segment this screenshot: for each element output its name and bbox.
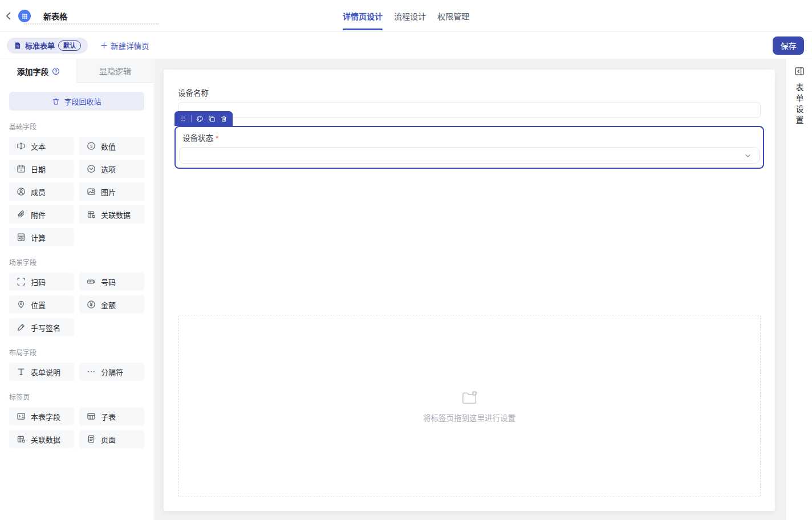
top-header: 新表格 详情页设计流程设计权限管理 xyxy=(0,0,812,32)
field-group-title: 标签页 xyxy=(9,392,144,401)
text-field-icon xyxy=(17,141,26,151)
signature-icon xyxy=(17,323,26,332)
form-designer-app: 新表格 详情页设计流程设计权限管理 标准表单 默认 新建详情页 保存 添加字段 … xyxy=(0,0,812,520)
option-icon xyxy=(87,164,96,173)
field-item-label: 选项 xyxy=(101,164,116,174)
field-item[interactable]: 成员 xyxy=(9,182,74,201)
field-item[interactable]: 关联数据 xyxy=(79,205,144,224)
form-settings-rail: 表单设置 xyxy=(786,59,812,520)
field-group: 场景字段扫码号码位置金额手写签名 xyxy=(9,257,144,336)
field-item[interactable]: 本表字段 xyxy=(9,407,74,425)
field-item-label: 页面 xyxy=(101,434,116,445)
divider-icon xyxy=(87,367,96,376)
standard-form-pill[interactable]: 标准表单 默认 xyxy=(7,38,88,54)
form-canvas: 设备名称 设备状态* 将标签 xyxy=(164,70,775,511)
collapse-panel-icon[interactable] xyxy=(794,66,805,76)
field-item[interactable]: 图片 xyxy=(79,182,144,201)
app-logo xyxy=(18,10,31,22)
image-icon xyxy=(87,187,96,196)
style-palette-icon[interactable] xyxy=(196,115,204,123)
field-item[interactable]: 扫码 xyxy=(9,273,74,291)
field-item-label: 日期 xyxy=(31,164,46,174)
field-item[interactable]: 关联数据 xyxy=(9,430,74,448)
form-field-device-name[interactable]: 设备名称 xyxy=(178,70,761,118)
field-item-label: 表单说明 xyxy=(31,367,60,377)
currency-icon xyxy=(87,300,96,309)
designer-toolbar: 标准表单 默认 新建详情页 保存 xyxy=(0,32,812,59)
field-item-label: 附件 xyxy=(31,209,46,220)
svg-text:9: 9 xyxy=(90,144,92,149)
location-icon xyxy=(17,300,26,309)
field-item[interactable]: 号码 xyxy=(79,273,144,291)
field-item[interactable]: 表单说明 xyxy=(9,363,74,381)
field-item[interactable]: 选项 xyxy=(79,160,144,178)
dropzone-hint: 将标签页拖到这里进行设置 xyxy=(423,412,515,423)
field-group: 布局字段表单说明分隔符 xyxy=(9,347,144,381)
field-item-label: 数值 xyxy=(101,141,116,152)
calculate-icon xyxy=(17,233,26,242)
serial-number-icon xyxy=(87,277,96,286)
device-status-select[interactable] xyxy=(179,147,760,164)
field-item[interactable]: 文本 xyxy=(9,137,74,155)
device-name-input[interactable] xyxy=(178,102,761,118)
field-item[interactable]: 位置 xyxy=(9,295,74,314)
back-button[interactable] xyxy=(3,11,14,21)
field-label: 设备状态* xyxy=(182,132,760,143)
field-item-label: 关联数据 xyxy=(31,434,60,445)
field-item-label: 计算 xyxy=(31,232,46,243)
field-item[interactable]: 分隔符 xyxy=(79,363,144,381)
help-question-icon[interactable] xyxy=(52,67,60,75)
top-tabs: 详情页设计流程设计权限管理 xyxy=(343,0,469,32)
field-item[interactable]: 附件 xyxy=(9,205,74,224)
field-group: 基础字段文本9数值1日期选项成员图片附件关联数据计算 xyxy=(9,121,144,246)
duplicate-icon[interactable] xyxy=(208,115,216,123)
drag-handle-icon[interactable] xyxy=(180,115,186,123)
field-group-title: 基础字段 xyxy=(9,121,144,131)
delete-icon[interactable] xyxy=(220,115,228,123)
field-item[interactable]: 1日期 xyxy=(9,160,74,178)
top-tab-2[interactable]: 权限管理 xyxy=(437,0,469,32)
date-icon: 1 xyxy=(17,164,26,173)
sidebar-field-groups: 基础字段文本9数值1日期选项成员图片附件关联数据计算场景字段扫码号码位置金额手写… xyxy=(0,121,153,448)
field-item-label: 位置 xyxy=(31,299,46,310)
top-tab-1[interactable]: 流程设计 xyxy=(394,0,426,32)
linked-data-icon xyxy=(87,210,96,219)
tab-add-field-label: 添加字段 xyxy=(17,66,49,77)
number-icon: 9 xyxy=(87,141,96,151)
field-item[interactable]: 计算 xyxy=(9,228,74,246)
field-item[interactable]: 页面 xyxy=(79,430,144,448)
field-item-label: 图片 xyxy=(101,186,116,197)
canvas-area: 设备名称 设备状态* 将标签 xyxy=(155,59,786,520)
table-fields-icon xyxy=(17,412,26,421)
field-group-title: 场景字段 xyxy=(9,257,144,267)
svg-text:1: 1 xyxy=(20,168,22,172)
tab-add-field[interactable]: 添加字段 xyxy=(0,59,76,83)
field-item[interactable]: 金额 xyxy=(79,295,144,314)
top-tab-0[interactable]: 详情页设计 xyxy=(343,0,383,32)
form-field-device-status-selected[interactable]: 设备状态* xyxy=(174,126,764,169)
field-recycle-bin-label: 字段回收站 xyxy=(64,96,101,107)
tab-page-dropzone[interactable]: 将标签页拖到这里进行设置 xyxy=(178,315,761,497)
attachment-icon xyxy=(17,210,26,219)
tab-visibility-logic[interactable]: 显隐逻辑 xyxy=(76,59,153,83)
field-item-label: 成员 xyxy=(31,186,46,197)
form-settings-title[interactable]: 表单设置 xyxy=(794,83,805,127)
field-group: 标签页本表字段子表关联数据页面 xyxy=(9,392,144,448)
field-item-label: 手写签名 xyxy=(31,322,60,333)
document-icon xyxy=(14,42,22,50)
trash-icon xyxy=(52,98,60,105)
field-item[interactable]: 子表 xyxy=(79,407,144,425)
field-sidebar: 添加字段 显隐逻辑 字段回收站 基础字段文本9数值1日期选项成员图片附件关联数据… xyxy=(0,59,154,520)
field-item-label: 关联数据 xyxy=(101,209,131,220)
scan-icon xyxy=(17,277,26,286)
form-title[interactable]: 新表格 xyxy=(43,10,67,22)
header-left: 新表格 xyxy=(0,0,67,32)
plus-icon xyxy=(100,42,108,49)
default-badge: 默认 xyxy=(58,40,81,51)
field-recycle-bin-button[interactable]: 字段回收站 xyxy=(9,92,144,111)
save-button[interactable]: 保存 xyxy=(773,36,804,55)
field-item[interactable]: 9数值 xyxy=(79,137,144,155)
field-item[interactable]: 手写签名 xyxy=(9,318,74,336)
subtable-icon xyxy=(87,412,96,421)
new-detail-page-button[interactable]: 新建详情页 xyxy=(100,40,149,51)
